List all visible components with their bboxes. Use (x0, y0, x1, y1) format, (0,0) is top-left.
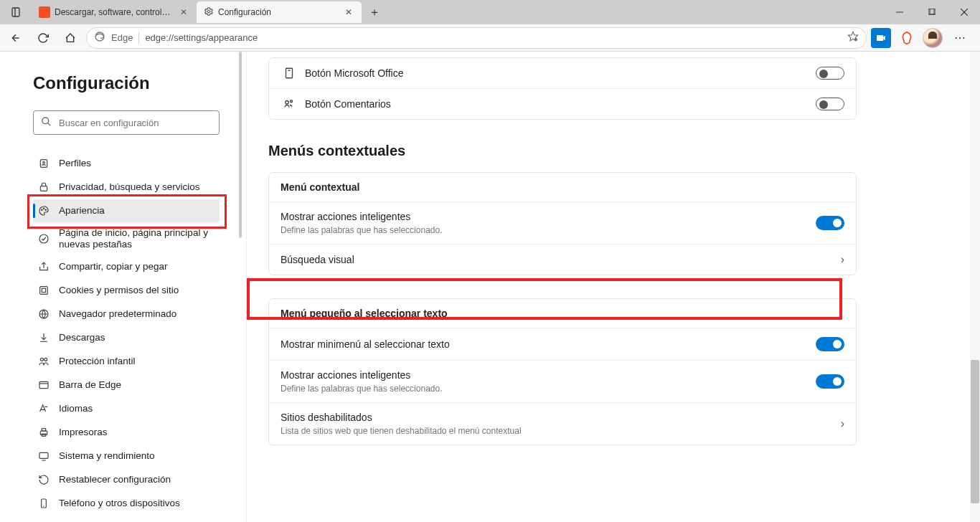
address-bar[interactable]: Edge edge://settings/appearance + (86, 27, 867, 49)
maximize-button[interactable] (915, 0, 948, 24)
svg-point-20 (45, 209, 46, 210)
office-icon (281, 67, 298, 80)
refresh-button[interactable] (32, 27, 55, 49)
tab-1-title: Configuración (218, 7, 339, 17)
toggle-office[interactable] (816, 67, 844, 80)
row-office-title: Botón Microsoft Office (305, 67, 816, 79)
row-smart-actions-1-title: Mostrar acciones inteligentes (281, 211, 816, 222)
family-icon (37, 356, 50, 367)
row-visual-search[interactable]: Búsqueda visual › (269, 244, 856, 275)
tab-actions-button[interactable] (4, 0, 29, 24)
sidebar-item-languages[interactable]: Idiomas (33, 397, 220, 420)
toggle-smart-actions-1[interactable] (816, 216, 844, 230)
sidebar-item-share[interactable]: Compartir, copiar y pegar (33, 255, 220, 278)
row-mini-menu-title: Menú pequeño al seleccionar texto (281, 308, 844, 319)
toggle-mini-menu[interactable] (816, 337, 844, 351)
row-smart-actions-2-sub: Define las palabras que has seleccionado… (281, 384, 816, 394)
row-disabled-sites[interactable]: Sitios deshabilitados Lista de sitios we… (269, 402, 856, 445)
lock-icon (37, 181, 50, 193)
svg-text:+: + (855, 38, 857, 41)
svg-point-21 (39, 234, 48, 243)
startpage-icon (37, 233, 50, 245)
row-mini-menu-heading: Menú pequeño al seleccionar texto (269, 299, 856, 328)
sidebar-item-startpage[interactable]: Página de inicio, página principal y nue… (33, 223, 220, 255)
system-icon (37, 450, 50, 462)
close-tab-0[interactable]: ✕ (178, 6, 189, 18)
row-disabled-sites-title: Sitios deshabilitados (281, 412, 841, 423)
row-context-menu-heading: Menú contextual (269, 173, 856, 201)
row-show-mini-menu-title: Mostrar minimenú al seleccionar texto (281, 338, 816, 350)
sidebar-item-system[interactable]: Sistema y rendimiento (33, 445, 220, 468)
sidebar-item-appearance[interactable]: Apariencia (33, 199, 220, 222)
svg-point-25 (40, 358, 43, 361)
back-button[interactable] (4, 27, 27, 49)
toggle-smart-actions-2[interactable] (816, 374, 844, 389)
sidebar-item-phone[interactable]: Teléfono y otros dispositivos (33, 492, 220, 515)
settings-search-input[interactable] (59, 118, 212, 128)
minimize-button[interactable] (883, 0, 915, 24)
sidebar-item-privacy[interactable]: Privacidad, búsqueda y servicios (33, 176, 220, 199)
svg-point-19 (43, 208, 44, 209)
svg-rect-4 (928, 9, 934, 14)
share-icon (37, 261, 50, 272)
section-title-context-menus: Menús contextuales (268, 143, 857, 159)
svg-rect-32 (39, 452, 48, 458)
download-icon (37, 332, 50, 343)
row-smart-actions-1: Mostrar acciones inteligentes Define las… (269, 201, 856, 244)
sidebar-item-cookies[interactable]: Cookies y permisos del sitio (33, 279, 220, 302)
tab-0-title: Descargar, software, controlador (55, 7, 174, 17)
svg-rect-0 (12, 8, 19, 16)
profile-icon (37, 158, 50, 169)
phone-icon (37, 498, 50, 509)
sidebar-item-edgebar[interactable]: Barra de Edge (33, 374, 220, 397)
svg-line-14 (47, 123, 50, 125)
reset-icon (37, 474, 50, 485)
sidebar-item-printers[interactable]: Impresoras (33, 421, 220, 444)
app-menu-button[interactable]: ⋯ (948, 27, 971, 49)
home-button[interactable] (59, 27, 82, 49)
svg-rect-27 (39, 381, 48, 388)
svg-rect-17 (40, 186, 47, 191)
favorites-star-icon[interactable]: + (847, 31, 859, 44)
close-tab-1[interactable]: ✕ (343, 6, 354, 18)
feedback-icon (281, 98, 298, 110)
row-smart-actions-2-title: Mostrar acciones inteligentes (281, 369, 816, 381)
sidebar-item-default-browser[interactable]: Navegador predeterminado (33, 303, 220, 326)
address-separator (138, 32, 139, 44)
sidebar-item-accessibility[interactable]: Accesibilidad (33, 516, 220, 522)
sidebar-item-family[interactable]: Protección infantil (33, 350, 220, 373)
svg-rect-22 (40, 287, 48, 295)
svg-point-18 (42, 209, 42, 210)
row-smart-actions-1-sub: Define las palabras que has seleccionado… (281, 225, 816, 235)
sidebar-item-reset[interactable]: Restablecer configuración (33, 468, 220, 491)
brave-favicon (39, 6, 50, 18)
svg-rect-5 (930, 9, 936, 14)
new-tab-button[interactable]: ＋ (364, 2, 385, 22)
svg-point-39 (286, 101, 289, 105)
tab-0[interactable]: Descargar, software, controlador ✕ (32, 1, 197, 23)
printer-icon (37, 427, 50, 438)
sidebar-item-downloads[interactable]: Descargas (33, 326, 220, 349)
edgebar-icon (37, 379, 50, 391)
gear-favicon (204, 6, 214, 19)
profile-avatar[interactable] (923, 28, 943, 48)
svg-rect-30 (42, 429, 45, 431)
sidebar-item-profiles[interactable]: Perfiles (33, 152, 220, 175)
sidebar-scrollbar[interactable] (239, 52, 243, 522)
zoom-extension-button[interactable] (871, 28, 891, 48)
row-office-button: Botón Microsoft Office (269, 58, 856, 88)
page-scrollbar[interactable] (970, 52, 980, 522)
tab-1[interactable]: Configuración ✕ (197, 1, 362, 23)
close-window-button[interactable] (948, 0, 980, 24)
address-url: edge://settings/appearance (145, 32, 842, 43)
svg-rect-12 (877, 35, 883, 41)
settings-title: Configuración (33, 73, 232, 93)
languages-icon (37, 403, 50, 414)
toggle-feedback[interactable] (816, 98, 844, 110)
svg-rect-37 (286, 68, 293, 78)
brave-extension-button[interactable] (897, 28, 917, 48)
row-context-menu-title: Menú contextual (281, 181, 844, 193)
chevron-right-icon-2: › (841, 417, 844, 430)
svg-point-26 (44, 358, 47, 361)
settings-search[interactable] (33, 110, 220, 135)
